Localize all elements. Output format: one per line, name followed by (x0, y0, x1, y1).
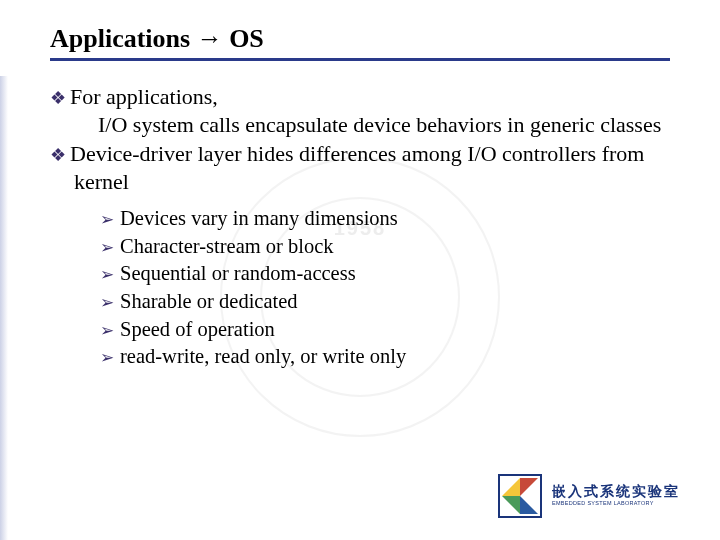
sub-bullet-item: ➢Sequential or random-access (100, 260, 670, 288)
arrow-bullet-icon: ➢ (100, 264, 120, 287)
sub-bullet-text: Sharable or dedicated (120, 290, 298, 312)
logo-text: 嵌入式系统实验室 EMBEDDED SYSTEM LABORATORY (552, 485, 680, 507)
sub-bullet-text: Devices vary in many dimensions (120, 207, 398, 229)
logo-text-en: EMBEDDED SYSTEM LABORATORY (552, 501, 680, 507)
sub-bullet-item: ➢Devices vary in many dimensions (100, 205, 670, 233)
diamond-bullet-icon: ❖ (50, 87, 70, 110)
arrow-bullet-icon: ➢ (100, 320, 120, 343)
logo-icon (498, 474, 542, 518)
footer-logo: 嵌入式系统实验室 EMBEDDED SYSTEM LABORATORY (498, 474, 680, 518)
sub-bullet-group: ➢Devices vary in many dimensions ➢Charac… (50, 205, 670, 371)
slide-content: Applications → OS ❖For applications, I/O… (0, 0, 720, 371)
sub-bullet-text: Character-stream or block (120, 235, 334, 257)
bullet-item: ❖For applications, I/O system calls enca… (50, 83, 670, 138)
diamond-bullet-icon: ❖ (50, 144, 70, 167)
sub-bullet-item: ➢Speed of operation (100, 316, 670, 344)
sub-bullet-item: ➢Sharable or dedicated (100, 288, 670, 316)
page-title: Applications → OS (50, 24, 670, 54)
sub-bullet-text: read-write, read only, or write only (120, 345, 406, 367)
arrow-bullet-icon: ➢ (100, 347, 120, 370)
title-underline (50, 58, 670, 61)
arrow-bullet-icon: ➢ (100, 209, 120, 232)
arrow-bullet-icon: ➢ (100, 237, 120, 260)
arrow-bullet-icon: ➢ (100, 292, 120, 315)
bullet-lead: For applications, (70, 84, 218, 109)
bullet-continuation: I/O system calls encapsulate device beha… (74, 111, 670, 139)
sub-bullet-text: Speed of operation (120, 318, 275, 340)
logo-text-cn: 嵌入式系统实验室 (552, 485, 680, 499)
sub-bullet-item: ➢Character-stream or block (100, 233, 670, 261)
bullet-item: ❖Device-driver layer hides differences a… (50, 140, 670, 195)
sub-bullet-item: ➢read-write, read only, or write only (100, 343, 670, 371)
sub-bullet-text: Sequential or random-access (120, 262, 356, 284)
bullet-lead: Device-driver layer hides differences am… (70, 141, 644, 194)
